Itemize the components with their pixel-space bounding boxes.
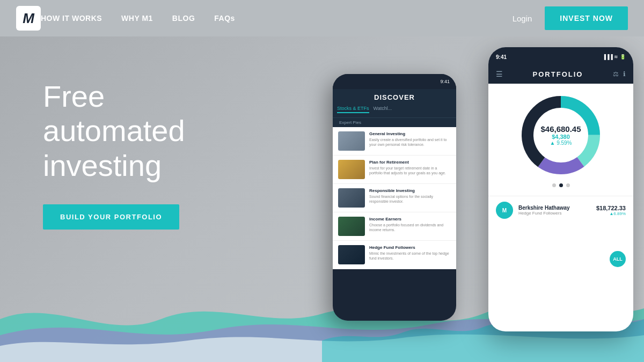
hero-section: Free automated investing BUILD YOUR PORT… [0, 36, 644, 362]
nav-links: HOW IT WORKS WHY M1 BLOG FAQs [41, 14, 513, 23]
phones-container: 9:41 DISCOVER Stocks & ETFs Watchl... Ex… [333, 47, 633, 348]
holding-avatar: M [496, 202, 513, 219]
discover-item-desc: Mimic the investments of some of the top… [369, 251, 451, 261]
discover-item-title: Hedge Fund Followers [369, 245, 451, 250]
discover-item-desc: Invest for your target retirement date i… [369, 166, 451, 175]
info-icon[interactable]: ℹ [623, 70, 626, 78]
discover-item-text: Plan for Retirement Invest for your targ… [369, 160, 451, 175]
portfolio-carousel-dots [496, 183, 626, 187]
logo-letter: M [23, 10, 34, 27]
discover-item-text: Income Earners Choose a portfolio focuse… [369, 217, 451, 232]
discover-item-title: General Investing [369, 131, 451, 136]
holding-name: Berkshire Hathaway [518, 205, 570, 211]
right-status-bar: 9:41 ▐▐▐ ≋ 🔋 [488, 47, 633, 67]
invest-now-button[interactable]: INVEST NOW [545, 6, 628, 30]
discover-item-text: Hedge Fund Followers Mimic the investmen… [369, 245, 451, 261]
holding-value: $18,722.33 [596, 205, 626, 211]
portfolio-header: ☰ PORTFOLIO ⚖ ℹ [488, 67, 633, 84]
discover-item-title: Responsible Investing [369, 188, 451, 193]
donut-chart: $46,680.45 $4,380 ▲ 9.59% [518, 92, 604, 178]
left-phone-header: DISCOVER [333, 89, 456, 106]
discover-item-text: Responsible Investing Sound financial op… [369, 188, 451, 204]
discover-item-image [338, 131, 365, 151]
portfolio-value: $46,680.45 [540, 124, 581, 134]
discover-item-desc: Sound financial options for the socially… [369, 194, 451, 204]
holding-info: Berkshire Hathaway Hedge Fund Followers [518, 205, 570, 216]
hero-heading: Free automated investing [43, 79, 185, 183]
nav-blog[interactable]: BLOG [172, 14, 195, 23]
build-portfolio-button[interactable]: BUILD YOUR PORTFOLIO [43, 204, 179, 230]
tab-watchlist[interactable]: Watchl... [374, 106, 392, 113]
discover-item: Plan for Retirement Invest for your targ… [333, 156, 456, 184]
menu-icon[interactable]: ☰ [496, 70, 503, 78]
phone-portfolio: 9:41 ▐▐▐ ≋ 🔋 ☰ PORTFOLIO ⚖ ℹ [488, 47, 633, 331]
discover-item-image [338, 160, 365, 179]
holding-subtitle: Hedge Fund Followers [518, 211, 570, 216]
holding-value-block: $18,722.33 ▲6.89% [596, 205, 626, 216]
discover-item-desc: Easily create a diversified portfolio an… [369, 137, 451, 147]
discover-item: Income Earners Choose a portfolio focuse… [333, 212, 456, 241]
portfolio-holding-item: M Berkshire Hathaway Hedge Fund Follower… [488, 196, 633, 224]
discover-list: General Investing Easily create a divers… [333, 127, 456, 269]
discover-title: DISCOVER [339, 93, 450, 101]
dot-1[interactable] [552, 183, 556, 187]
all-badge[interactable]: ALL [610, 251, 626, 267]
status-icons: ▐▐▐ ≋ 🔋 [603, 54, 626, 60]
left-phone-tabs: Stocks & ETFs Watchl... [333, 106, 456, 118]
discover-item-title: Income Earners [369, 217, 451, 221]
dot-3[interactable] [566, 183, 570, 187]
portfolio-title: PORTFOLIO [503, 70, 613, 78]
nav-how-it-works[interactable]: HOW IT WORKS [41, 14, 102, 23]
login-link[interactable]: Login [513, 14, 532, 23]
logo[interactable]: M [16, 6, 41, 31]
discover-item-text: General Investing Easily create a divers… [369, 131, 451, 147]
phone-discover: 9:41 DISCOVER Stocks & ETFs Watchl... Ex… [333, 74, 456, 321]
portfolio-pct: ▲ 9.59% [540, 140, 581, 146]
nav-why-m1[interactable]: WHY M1 [121, 14, 153, 23]
expert-pies-label: Expert Pies [333, 118, 456, 127]
navbar: M HOW IT WORKS WHY M1 BLOG FAQs Login IN… [0, 0, 644, 36]
discover-item-desc: Choose a portfolio focused on dividends … [369, 223, 451, 232]
holding-pct: ▲6.89% [596, 211, 626, 216]
discover-item-title: Plan for Retirement [369, 160, 451, 165]
discover-item-image [338, 188, 365, 208]
portfolio-chart-area: $46,680.45 $4,380 ▲ 9.59% [488, 84, 633, 196]
dot-2[interactable] [559, 183, 563, 187]
left-status-bar: 9:41 [333, 74, 456, 89]
scale-icon[interactable]: ⚖ [613, 70, 619, 78]
donut-center-values: $46,680.45 $4,380 ▲ 9.59% [540, 124, 581, 146]
discover-item: Responsible Investing Sound financial op… [333, 184, 456, 212]
portfolio-gain: $4,380 [540, 134, 581, 140]
discover-item-image [338, 245, 365, 264]
portfolio-header-icons: ⚖ ℹ [613, 70, 626, 78]
discover-item: General Investing Easily create a divers… [333, 127, 456, 156]
discover-item: Hedge Fund Followers Mimic the investmen… [333, 241, 456, 269]
nav-faqs[interactable]: FAQs [214, 14, 235, 23]
hero-text-block: Free automated investing BUILD YOUR PORT… [43, 79, 185, 230]
nav-right: Login INVEST NOW [513, 6, 628, 30]
status-time: 9:41 [496, 54, 507, 60]
tab-stocks-etfs[interactable]: Stocks & ETFs [337, 106, 369, 113]
discover-item-image [338, 217, 365, 236]
